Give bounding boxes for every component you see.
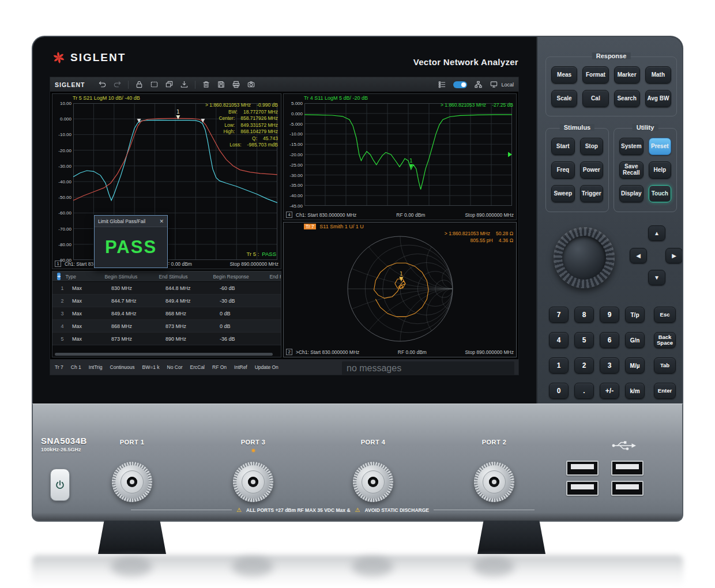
- numpad-key[interactable]: 1: [549, 357, 569, 374]
- tr4-window[interactable]: Tr 4 S11 LogM 5 dB/ -20 dB 5.0000.000-5.…: [283, 93, 517, 220]
- keypad-button[interactable]: Display: [619, 185, 644, 202]
- numpad-key[interactable]: 0: [549, 383, 569, 399]
- rotary-knob[interactable]: [554, 227, 615, 288]
- numpad-key[interactable]: 9: [600, 307, 619, 323]
- port-active-led: [252, 449, 255, 452]
- smith-plot[interactable]: 1: [286, 234, 514, 344]
- tr4-plot[interactable]: 1: [304, 103, 512, 206]
- dialog-titlebar[interactable]: Limit Global Pass/Fail ✕: [95, 216, 167, 227]
- numpad-key[interactable]: 2: [574, 357, 594, 374]
- keypad-button[interactable]: Avg BW: [645, 90, 671, 107]
- numpad-key[interactable]: 6: [600, 332, 619, 348]
- numpad-key[interactable]: 5: [574, 332, 594, 348]
- keypad-button[interactable]: Sweep: [551, 185, 575, 202]
- print-icon[interactable]: [232, 80, 240, 89]
- arrow-down-key[interactable]: ▼: [648, 270, 665, 285]
- port: PORT 4: [347, 436, 399, 512]
- usb-port: [611, 461, 644, 476]
- keypad-button[interactable]: Preset: [649, 138, 671, 155]
- keypad-button[interactable]: Cal: [582, 90, 608, 107]
- begin-stimulus-cell: 873 MHz: [111, 336, 165, 342]
- camera-icon[interactable]: [247, 80, 255, 89]
- smith-window[interactable]: Tr 7 S11 Smith 1 U/ 1 U > 1:860.821053 M…: [283, 222, 517, 357]
- undo-icon[interactable]: [98, 80, 107, 89]
- y-tick-label: -10.00: [52, 132, 72, 137]
- numpad-key[interactable]: 8: [574, 307, 594, 323]
- table-row[interactable]: 1 Max 830 MHz 844.8 MHz -60 dB: [52, 282, 281, 295]
- keypad-button[interactable]: Trigger: [580, 185, 604, 202]
- warning-text-left: ALL PORTS +27 dBm RF MAX 35 VDC Max &: [246, 507, 351, 513]
- numpad-key[interactable]: 3: [600, 357, 619, 374]
- keypad-button[interactable]: Start: [551, 138, 575, 155]
- tr5-pass-status: Tr 5 :PASS: [247, 251, 276, 257]
- control-key[interactable]: Enter: [654, 383, 676, 399]
- trace-list-icon[interactable]: [438, 80, 446, 89]
- window-number-badge: 1: [55, 261, 61, 267]
- column-header: Begin Stimulus: [104, 274, 159, 280]
- numpad-key[interactable]: +/-: [600, 383, 619, 399]
- dialog-close-button[interactable]: ✕: [159, 218, 164, 224]
- y-tick-label: -20.00: [284, 152, 303, 157]
- limit-pass-fail-dialog[interactable]: Limit Global Pass/Fail ✕ PASS: [94, 215, 168, 268]
- save-icon[interactable]: [217, 80, 225, 89]
- keypad-button[interactable]: Save Recall: [619, 161, 644, 179]
- keypad-button[interactable]: Format: [582, 66, 608, 84]
- svg-text:1: 1: [400, 271, 403, 277]
- arrow-left-key[interactable]: ◀: [630, 248, 647, 263]
- tr4-y-axis: 5.0000.000-5.000-10.00-15.00-20.00-25.00…: [284, 101, 303, 209]
- toolbar-divider: [195, 81, 195, 89]
- numpad-key[interactable]: G/n: [625, 332, 645, 348]
- numpad-key[interactable]: M/µ: [625, 357, 645, 374]
- keypad-button[interactable]: Touch: [649, 185, 671, 202]
- screenshot-icon[interactable]: [150, 80, 159, 89]
- svg-text:1: 1: [176, 109, 180, 115]
- keypad-button[interactable]: Stop: [580, 138, 604, 155]
- keypad-button[interactable]: Search: [614, 90, 640, 107]
- smith-header: Tr 7 S11 Smith 1 U/ 1 U: [304, 224, 364, 229]
- warning-text-right: AVOID STATIC DISCHARGE: [365, 507, 429, 513]
- table-row[interactable]: 2 Max 844.7 MHz 849.4 MHz -30 dB: [52, 295, 281, 307]
- keypad-button[interactable]: Help: [649, 161, 671, 179]
- control-key[interactable]: Tab: [654, 357, 676, 374]
- knob-center[interactable]: [562, 236, 606, 280]
- load-icon[interactable]: [180, 80, 189, 89]
- keypad-button[interactable]: Marker: [614, 66, 640, 84]
- control-key[interactable]: Esc: [654, 307, 676, 323]
- control-key[interactable]: Back Space: [654, 332, 676, 348]
- keypad-button[interactable]: Math: [645, 66, 671, 84]
- begin-response-cell: -30 dB: [220, 298, 276, 304]
- table-scrollbar[interactable]: [55, 353, 273, 356]
- numpad-key[interactable]: 4: [549, 332, 569, 348]
- arrow-up-key[interactable]: ▲: [648, 225, 665, 241]
- local-status[interactable]: Local: [490, 80, 514, 89]
- lock-icon[interactable]: [135, 80, 144, 89]
- add-limit-button[interactable]: +: [57, 273, 61, 280]
- column-header: End Response: [269, 274, 281, 280]
- numpad-key[interactable]: .: [574, 383, 594, 399]
- keypad-button[interactable]: Power: [580, 161, 604, 179]
- table-row[interactable]: 3 Max 849.4 MHz 868 MHz 0 dB: [52, 307, 281, 320]
- toggle-on-icon[interactable]: [453, 81, 467, 88]
- trash-icon[interactable]: [202, 80, 210, 89]
- lan-icon[interactable]: [474, 80, 483, 89]
- warning-icon: ⚠: [355, 507, 360, 513]
- table-row[interactable]: 5 Max 873 MHz 890 MHz -36 dB: [52, 333, 281, 345]
- keypad-button[interactable]: Scale: [551, 90, 577, 107]
- keypad-button[interactable]: Freq: [551, 161, 575, 179]
- arrow-right-key[interactable]: ▶: [665, 248, 683, 263]
- limit-table-window[interactable]: + TypeBegin StimulusEnd StimulusBegin Re…: [52, 271, 281, 357]
- status-item: No Cor: [167, 364, 183, 370]
- numpad-key[interactable]: k/m: [625, 383, 645, 399]
- lcd-screen[interactable]: SIGLENT: [50, 77, 518, 375]
- numpad-key[interactable]: 7: [549, 307, 569, 323]
- numpad-key[interactable]: T/p: [625, 307, 645, 323]
- redo-icon[interactable]: [113, 80, 122, 89]
- windows-icon[interactable]: [165, 80, 174, 89]
- readout-value: -0.990 dB: [257, 102, 278, 108]
- keypad-button[interactable]: System: [619, 138, 644, 155]
- tr5-window[interactable]: Tr 5 S21 LogM 10 dB/ -40 dB 10.000.000-1…: [52, 93, 281, 269]
- table-row[interactable]: 4 Max 868 MHz 873 MHz 0 dB: [52, 320, 281, 333]
- keypad-button[interactable]: Meas: [551, 66, 577, 84]
- port-connector: [353, 462, 393, 502]
- status-item: Ch 1: [71, 364, 81, 370]
